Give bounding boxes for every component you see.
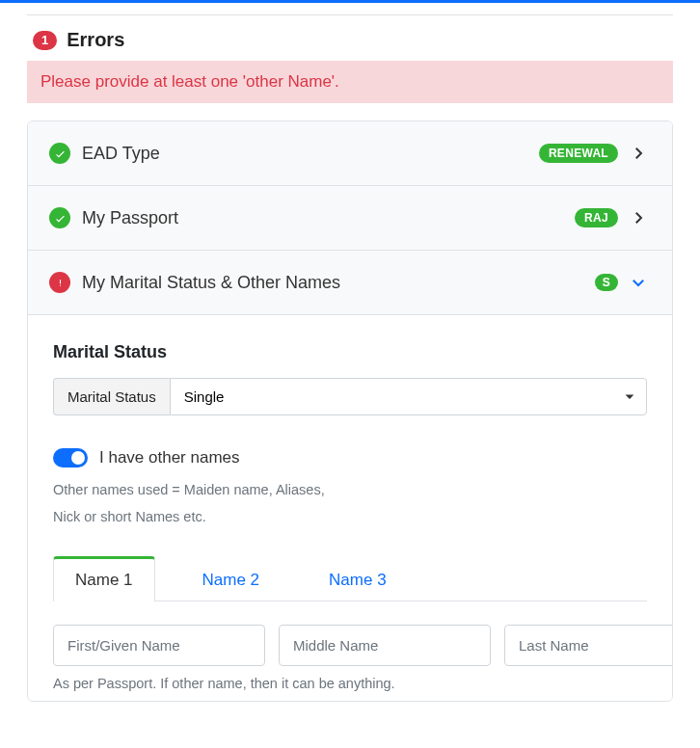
tab-name-2[interactable]: Name 2 [180, 558, 283, 601]
other-names-toggle[interactable] [53, 448, 88, 468]
name-helper-text: As per Passport. If other name, then it … [53, 676, 647, 691]
marital-status-select[interactable]: Single [170, 378, 647, 415]
tab-name-3[interactable]: Name 3 [307, 558, 409, 601]
accordion-title: My Marital Status & Other Names [82, 273, 583, 293]
accordion-item-passport[interactable]: My Passport RAJ [28, 186, 672, 251]
check-icon [49, 143, 70, 164]
errors-title: Errors [67, 29, 124, 51]
first-name-input[interactable] [53, 625, 265, 666]
helper-line: Other names used = Maiden name, Aliases, [53, 482, 325, 497]
other-names-toggle-row: I have other names [53, 448, 647, 468]
chevron-right-icon [630, 145, 647, 162]
check-icon [49, 207, 70, 228]
marital-status-label: Marital Status [53, 378, 170, 415]
section-label-marital: Marital Status [53, 342, 647, 362]
chevron-right-icon [630, 209, 647, 227]
other-names-helper: Other names used = Maiden name, Aliases,… [53, 477, 647, 530]
status-badge: RENEWAL [539, 144, 618, 163]
top-divider [27, 14, 673, 15]
accordion: EAD Type RENEWAL My Passport RAJ My Mari… [27, 120, 673, 702]
other-names-toggle-label: I have other names [99, 448, 240, 468]
last-name-input[interactable] [504, 625, 673, 666]
status-badge: RAJ [575, 208, 618, 227]
middle-name-input[interactable] [279, 625, 491, 666]
name-tabs: Name 1 Name 2 Name 3 [53, 555, 647, 601]
errors-header: 1 Errors [33, 29, 673, 51]
errors-count-badge: 1 [33, 31, 57, 50]
accordion-title: My Passport [82, 208, 563, 228]
helper-line: Nick or short Names etc. [53, 509, 206, 524]
error-icon [49, 272, 70, 293]
accordion-item-ead-type[interactable]: EAD Type RENEWAL [28, 121, 672, 186]
chevron-down-icon [630, 274, 647, 291]
accordion-body-marital: Marital Status Marital Status Single I h… [28, 315, 672, 701]
marital-status-field: Marital Status Single [53, 378, 647, 415]
error-banner: Please provide at least one 'other Name'… [27, 61, 673, 103]
accordion-item-marital-status[interactable]: My Marital Status & Other Names S [28, 251, 672, 315]
status-badge: S [595, 274, 618, 291]
tab-name-1[interactable]: Name 1 [53, 556, 155, 601]
name-input-row [53, 625, 647, 666]
accordion-title: EAD Type [82, 144, 527, 164]
